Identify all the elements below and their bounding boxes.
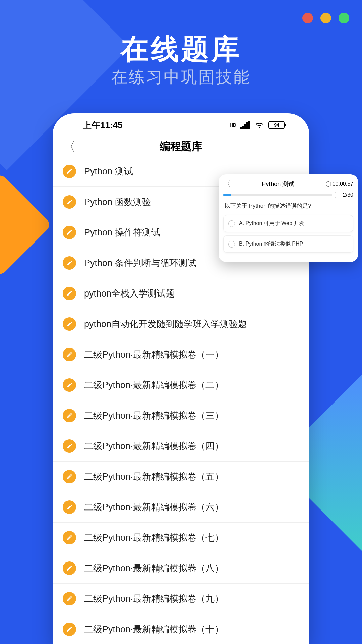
pencil-icon xyxy=(63,256,76,270)
list-item[interactable]: 二级Python·最新精编模拟卷（五） xyxy=(53,462,309,492)
list-item[interactable]: 二级Python·最新精编模拟卷（二） xyxy=(53,370,309,400)
list-item[interactable]: 二级Python·最新精编模拟卷（八） xyxy=(53,553,309,584)
list-item-label: 二级Python·最新精编模拟卷（一） xyxy=(84,348,224,361)
list-item-label: 二级Python·最新精编模拟卷（四） xyxy=(84,440,224,452)
list-item-label: 二级Python·最新精编模拟卷（二） xyxy=(84,379,224,391)
list-item[interactable]: python自动化开发随到随学班入学测验题 xyxy=(53,309,309,339)
window-controls xyxy=(302,13,349,23)
list-item-label: 二级Python·最新精编模拟卷（七） xyxy=(84,532,224,544)
status-bar: 上午11:45 HD 94 xyxy=(53,113,309,137)
progress-bar xyxy=(223,194,332,196)
pencil-icon xyxy=(63,500,76,514)
list-item-label: Python 函数测验 xyxy=(84,196,151,208)
list-item[interactable]: 二级Python·最新精编模拟卷（六） xyxy=(53,492,309,523)
dot-red xyxy=(302,13,313,23)
clock-icon xyxy=(326,181,331,187)
nav-bar: 〈 编程题库 xyxy=(53,137,309,156)
pencil-icon xyxy=(63,470,76,483)
pencil-icon xyxy=(63,317,76,331)
wifi-icon xyxy=(254,121,264,129)
popup-count: 2/30 xyxy=(343,192,353,198)
progress-fill xyxy=(223,194,231,196)
pencil-icon xyxy=(63,561,76,575)
pencil-icon xyxy=(63,378,76,392)
pencil-icon xyxy=(63,195,76,209)
back-icon[interactable]: 〈 xyxy=(63,139,75,155)
hero-title: 在线题库 xyxy=(0,30,362,68)
list-item-label: 二级Python·最新精编模拟卷（八） xyxy=(84,562,224,574)
radio-icon xyxy=(228,241,235,248)
list-item-label: python自动化开发随到随学班入学测验题 xyxy=(84,318,247,330)
pencil-icon xyxy=(63,409,76,422)
quiz-option[interactable]: A. Python 可用于 Web 开发 xyxy=(223,215,353,232)
quiz-option[interactable]: B. Python 的语法类似 PHP xyxy=(223,235,353,253)
hd-icon: HD xyxy=(230,122,236,128)
list-item[interactable]: python全栈入学测试题 xyxy=(53,278,309,309)
list-item-label: 二级Python·最新精编模拟卷（九） xyxy=(84,593,224,605)
battery-icon: 94 xyxy=(268,121,285,129)
list-item[interactable]: 二级Python·最新精编模拟卷（九） xyxy=(53,584,309,614)
popup-header: 〈 Python 测试 00:00:57 xyxy=(223,179,353,189)
list-item[interactable]: 二级Python·最新精编模拟卷（四） xyxy=(53,431,309,462)
list-item[interactable]: 二级Python·最新精编模拟卷（三） xyxy=(53,400,309,431)
pencil-icon xyxy=(63,348,76,361)
list-item-label: 二级Python·最新精编模拟卷（三） xyxy=(84,410,224,422)
pencil-icon xyxy=(63,287,76,300)
list-item-label: Python 条件判断与循环测试 xyxy=(84,257,196,269)
pencil-icon xyxy=(63,592,76,605)
popup-back-icon[interactable]: 〈 xyxy=(223,179,231,189)
bg-decoration-orange xyxy=(0,172,52,277)
popup-progress-row: 2/30 xyxy=(223,192,353,198)
list-item-label: 二级Python·最新精编模拟卷（五） xyxy=(84,471,224,483)
list-item-label: python全栈入学测试题 xyxy=(84,287,175,300)
status-right: HD 94 xyxy=(230,121,285,129)
pencil-icon xyxy=(63,439,76,453)
pencil-icon xyxy=(63,623,76,636)
pencil-icon xyxy=(63,165,76,178)
radio-icon xyxy=(228,220,235,227)
popup-title: Python 测试 xyxy=(262,180,294,188)
list-item-label: Python 测试 xyxy=(84,165,133,177)
popup-question: 以下关于 Python 的描述错误的是? xyxy=(225,202,352,210)
quiz-popup: 〈 Python 测试 00:00:57 2/30 以下关于 Python 的描… xyxy=(219,174,358,262)
pencil-icon xyxy=(63,226,76,239)
option-text: A. Python 可用于 Web 开发 xyxy=(239,220,304,227)
list-item[interactable]: 二级Python·最新精编模拟卷（一） xyxy=(53,339,309,370)
status-time: 上午11:45 xyxy=(83,119,123,131)
dot-yellow xyxy=(320,13,331,23)
list-item-label: 二级Python·最新精编模拟卷（六） xyxy=(84,501,224,513)
list-item[interactable]: 二级Python·最新精编模拟卷（七） xyxy=(53,523,309,553)
list-item-label: Python 操作符测试 xyxy=(84,226,160,238)
list-item-label: 二级Python·最新精编模拟卷（十） xyxy=(84,623,224,635)
pencil-icon xyxy=(63,531,76,544)
hero-subtitle: 在练习中巩固技能 xyxy=(0,66,362,88)
list-item[interactable]: 二级Python·最新精编模拟卷（十） xyxy=(53,614,309,644)
option-text: B. Python 的语法类似 PHP xyxy=(239,240,303,248)
popup-timer: 00:00:57 xyxy=(326,181,353,187)
nav-title: 编程题库 xyxy=(160,139,202,154)
signal-icon xyxy=(240,121,250,129)
bookmark-icon[interactable] xyxy=(335,192,340,198)
dot-green xyxy=(339,13,349,23)
